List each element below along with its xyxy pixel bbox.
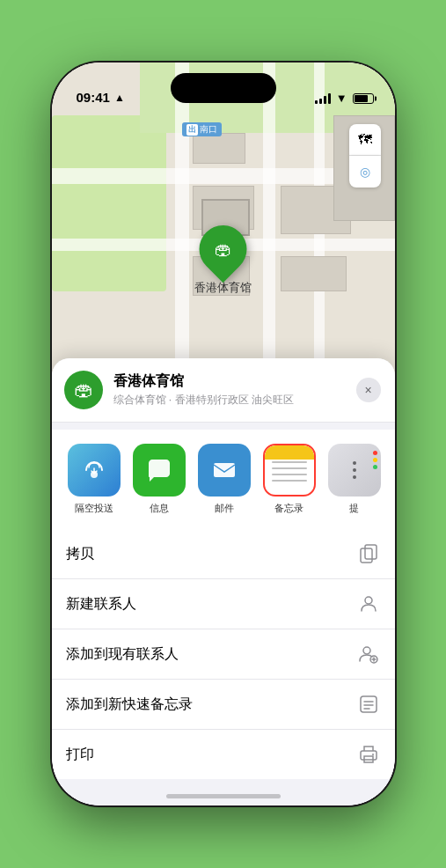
airdrop-icon — [68, 444, 121, 497]
share-item-more[interactable]: 提 — [326, 444, 383, 515]
more-dots — [353, 461, 356, 479]
action-quick-note-label: 添加到新快速备忘录 — [66, 695, 193, 714]
share-item-message[interactable]: 信息 — [131, 444, 187, 515]
airdrop-label: 隔空投送 — [75, 502, 113, 515]
map-building-5 — [281, 256, 347, 291]
color-dot-yellow — [373, 458, 377, 462]
location-icon: 🏟 — [64, 371, 103, 409]
marker-pin: 🏟 — [189, 216, 256, 283]
more-icon — [328, 444, 381, 497]
location-button[interactable]: ◎ — [349, 156, 381, 188]
svg-point-5 — [365, 597, 372, 604]
map-green-1 — [52, 115, 166, 291]
note-icon — [356, 692, 381, 717]
status-icons: ▼ — [315, 92, 374, 105]
map-controls: 🗺 ◎ — [349, 124, 381, 188]
person-add-icon — [356, 642, 381, 666]
notes-label: 备忘录 — [274, 502, 303, 515]
battery-fill — [355, 95, 368, 102]
color-dot-red — [373, 451, 377, 455]
signal-bar-2 — [319, 99, 322, 104]
map-building-3 — [193, 133, 245, 164]
phone-frame: 09:41 ▲ ▼ — [52, 63, 395, 805]
battery-icon — [353, 93, 374, 104]
signal-bar-3 — [324, 96, 326, 104]
location-subtitle: 综合体育馆 · 香港特别行政区 油尖旺区 — [113, 393, 346, 408]
copy-icon — [356, 541, 381, 566]
action-copy[interactable]: 拷贝 — [52, 529, 395, 579]
svg-rect-4 — [361, 548, 372, 563]
dynamic-island — [171, 73, 276, 103]
home-indicator-area — [52, 779, 395, 805]
svg-rect-3 — [365, 545, 377, 559]
message-icon — [133, 444, 186, 497]
location-marker: 🏟 香港体育馆 — [194, 225, 252, 296]
print-icon — [356, 742, 381, 767]
notes-top — [265, 445, 314, 460]
notes-line-4 — [272, 480, 307, 482]
phone-screen: 09:41 ▲ ▼ — [52, 63, 395, 805]
message-label: 信息 — [150, 502, 169, 515]
share-item-airdrop[interactable]: 隔空投送 — [66, 444, 122, 515]
location-name: 香港体育馆 — [113, 372, 346, 391]
action-new-contact-label: 新建联系人 — [66, 595, 136, 614]
map-label-prefix: 出 — [186, 124, 198, 136]
location-header: 🏟 香港体育馆 综合体育馆 · 香港特别行政区 油尖旺区 × — [52, 358, 395, 423]
signal-bars — [315, 93, 331, 104]
svg-point-10 — [372, 754, 374, 755]
action-new-contact[interactable]: 新建联系人 — [52, 579, 395, 629]
action-add-contact[interactable]: 添加到现有联系人 — [52, 629, 395, 680]
more-dot-2 — [353, 468, 356, 472]
map-type-button[interactable]: 🗺 — [349, 124, 381, 156]
action-print[interactable]: 打印 — [52, 730, 395, 779]
color-dot-green — [373, 465, 377, 469]
action-copy-label: 拷贝 — [66, 545, 94, 563]
color-dots — [373, 451, 377, 469]
more-dot-3 — [353, 475, 356, 479]
action-quick-note[interactable]: 添加到新快速备忘录 — [52, 680, 395, 730]
action-add-contact-label: 添加到现有联系人 — [66, 645, 179, 664]
bottom-sheet: 🏟 香港体育馆 综合体育馆 · 香港特别行政区 油尖旺区 × — [52, 358, 395, 805]
notes-lines — [272, 461, 307, 482]
map-label: 出 南口 — [182, 122, 222, 136]
signal-bar-4 — [328, 93, 331, 104]
close-button[interactable]: × — [356, 378, 381, 402]
person-icon — [356, 592, 381, 616]
share-item-notes[interactable]: 备忘录 — [261, 444, 318, 515]
svg-rect-9 — [361, 751, 377, 760]
svg-rect-2 — [214, 463, 235, 477]
more-dot-1 — [353, 461, 356, 465]
mail-label: 邮件 — [215, 502, 234, 515]
share-row: 隔空投送 信息 — [52, 430, 395, 529]
notes-line-3 — [272, 474, 307, 475]
status-time: 09:41 — [73, 90, 110, 105]
marker-pin-inner: 🏟 — [215, 239, 232, 260]
action-print-label: 打印 — [66, 746, 94, 764]
share-item-mail[interactable]: 邮件 — [196, 444, 252, 515]
notes-icon — [263, 444, 316, 497]
location-info: 香港体育馆 综合体育馆 · 香港特别行政区 油尖旺区 — [113, 372, 346, 408]
notes-line-1 — [272, 461, 307, 463]
action-list: 拷贝 新建联系人 — [52, 529, 395, 779]
svg-point-6 — [363, 647, 370, 654]
mail-icon — [198, 444, 251, 497]
navigation-icon: ▲ — [114, 92, 125, 104]
wifi-icon: ▼ — [336, 92, 347, 105]
more-label: 提 — [349, 502, 359, 515]
svg-rect-8 — [361, 696, 377, 712]
notes-line-2 — [272, 467, 307, 469]
signal-bar-1 — [315, 100, 318, 104]
home-indicator — [166, 794, 281, 798]
map-label-text: 南口 — [200, 123, 217, 136]
